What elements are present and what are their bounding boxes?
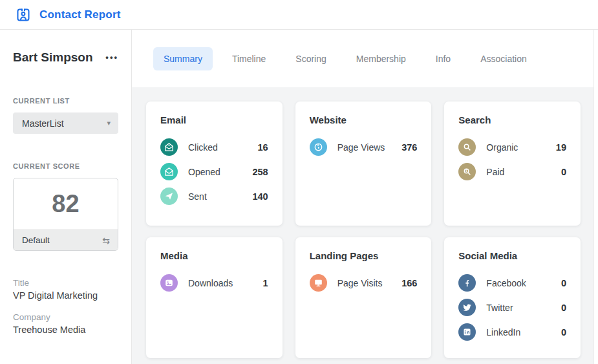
stat-row-organic: Organic 19 <box>458 138 566 156</box>
tab-bar: Summary Timeline Scoring Membership Info… <box>132 30 593 87</box>
stat-value: 0 <box>561 167 566 177</box>
stat-value: 19 <box>556 142 566 153</box>
stat-row-downloads: Downloads 1 <box>160 274 268 292</box>
tab-scoring[interactable]: Scoring <box>285 47 336 70</box>
tab-info[interactable]: Info <box>425 47 461 70</box>
current-list-dropdown[interactable]: MasterList ▾ <box>13 112 118 134</box>
envelope-open-icon <box>160 163 178 180</box>
score-scheme-name: Default <box>22 235 50 245</box>
page-title: Contact Report <box>39 8 121 21</box>
contact-name: Bart Simpson <box>13 50 93 65</box>
stat-row-twitter: Twitter 0 <box>458 299 566 316</box>
globe-icon <box>310 138 327 156</box>
linkedin-icon <box>458 323 476 341</box>
magnifier-icon <box>458 138 476 156</box>
company-value: Treehouse Media <box>13 325 118 335</box>
current-list-label: CURRENT LIST <box>13 97 118 105</box>
stat-label: Opened <box>188 167 220 177</box>
stat-value: 0 <box>561 303 566 313</box>
stat-label: Organic <box>486 142 518 153</box>
monitor-icon <box>310 274 327 292</box>
score-scheme-switcher[interactable]: Default ⇆ <box>14 230 118 250</box>
stat-label: Facebook <box>486 278 526 288</box>
stat-value: 140 <box>252 191 268 202</box>
score-value: 82 <box>14 178 118 230</box>
stat-row-sent: Sent 140 <box>160 187 268 205</box>
tab-summary[interactable]: Summary <box>153 47 213 70</box>
company-label: Company <box>13 312 118 322</box>
card-landing-pages: Landing Pages Page Visits 166 <box>295 237 432 358</box>
stat-value: 1 <box>263 278 268 288</box>
tab-association[interactable]: Association <box>470 47 537 70</box>
stat-row-page-views: Page Views 376 <box>310 138 418 156</box>
stat-value: 16 <box>258 142 268 153</box>
company-field: Company Treehouse Media <box>13 312 118 335</box>
tab-timeline[interactable]: Timeline <box>222 47 276 70</box>
svg-text:$: $ <box>466 169 468 173</box>
stat-value: 376 <box>401 142 417 153</box>
envelope-open-clicked-icon <box>160 138 178 156</box>
magnifier-dollar-icon: $ <box>458 163 476 180</box>
card-title: Email <box>160 114 268 125</box>
card-search: Search Organic 19 $ Paid 0 <box>444 102 581 226</box>
contact-card-icon <box>16 7 31 23</box>
current-list-value: MasterList <box>22 118 64 129</box>
card-media: Media Downloads 1 <box>146 237 283 358</box>
stat-value: 258 <box>252 167 268 177</box>
card-social-media: Social Media Facebook 0 Twitter 0 <box>444 237 581 358</box>
sidebar: Bart Simpson ••• CURRENT LIST MasterList… <box>0 30 132 364</box>
title-label: Title <box>13 278 118 288</box>
card-website: Website Page Views 376 <box>295 102 432 226</box>
card-title: Website <box>310 114 418 125</box>
paper-plane-icon <box>160 187 178 205</box>
stat-label: Sent <box>188 191 207 202</box>
swap-arrows-icon: ⇆ <box>102 235 110 246</box>
stat-row-opened: Opened 258 <box>160 163 268 180</box>
stat-value: 166 <box>401 278 417 288</box>
stat-value: 0 <box>561 278 566 288</box>
app-header: Contact Report <box>0 0 598 30</box>
current-score-label: CURRENT SCORE <box>13 162 118 170</box>
image-icon <box>160 274 178 292</box>
stat-label: LinkedIn <box>486 327 520 337</box>
card-email: Email Clicked 16 Opened 258 <box>146 102 283 226</box>
stat-value: 0 <box>561 327 566 337</box>
more-options-button[interactable]: ••• <box>105 54 118 61</box>
stat-row-facebook: Facebook 0 <box>458 274 566 292</box>
stat-label: Downloads <box>188 278 233 288</box>
card-title: Media <box>160 250 268 261</box>
stat-label: Page Visits <box>337 278 383 288</box>
stat-label: Paid <box>486 167 504 177</box>
title-field: Title VP Digital Marketing <box>13 278 118 301</box>
title-value: VP Digital Marketing <box>13 290 118 301</box>
card-title: Social Media <box>458 250 566 261</box>
stat-row-page-visits: Page Visits 166 <box>310 274 418 292</box>
main-panel: Summary Timeline Scoring Membership Info… <box>132 30 594 364</box>
card-title: Search <box>458 114 566 125</box>
score-card: 82 Default ⇆ <box>13 178 118 251</box>
contact-report-page: Contact Report Bart Simpson ••• CURRENT … <box>0 0 598 364</box>
facebook-icon <box>458 274 476 292</box>
stat-label: Page Views <box>337 142 385 153</box>
stat-row-paid: $ Paid 0 <box>458 163 566 180</box>
chevron-down-icon: ▾ <box>107 119 111 127</box>
stat-label: Twitter <box>486 303 513 313</box>
stat-row-clicked: Clicked 16 <box>160 138 268 156</box>
stat-row-linkedin: LinkedIn 0 <box>458 323 566 341</box>
tab-membership[interactable]: Membership <box>346 47 416 70</box>
summary-cards: Email Clicked 16 Opened 258 <box>132 87 593 364</box>
twitter-icon <box>458 299 476 316</box>
stat-label: Clicked <box>188 142 218 153</box>
card-title: Landing Pages <box>310 250 418 261</box>
